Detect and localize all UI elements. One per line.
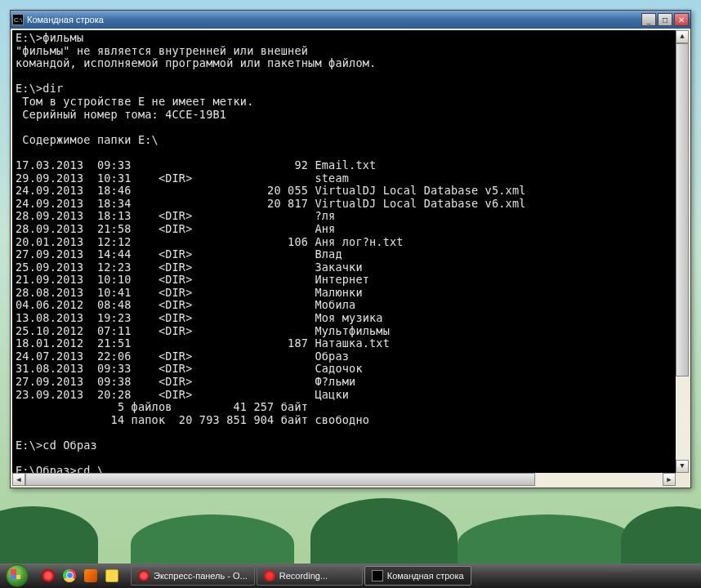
cmd-window: C:\ Командная строка _ □ ✕ E:\>фильмы "ф… (10, 10, 691, 488)
taskbar-button[interactable]: Командная строка (364, 566, 471, 586)
taskbar: Экспресс-панель - O...Recording...Команд… (0, 564, 701, 588)
task-buttons: Экспресс-панель - O...Recording...Команд… (131, 566, 471, 586)
desktop-hill (310, 498, 458, 564)
taskbar-button[interactable]: Recording... (257, 566, 363, 586)
scroll-track[interactable] (25, 473, 663, 486)
chrome-icon (63, 569, 76, 582)
scroll-up-button[interactable]: ▲ (676, 30, 689, 43)
quicklaunch-totalcmd[interactable] (103, 567, 121, 585)
maximize-button[interactable]: □ (658, 13, 672, 26)
scrollbar-corner (676, 473, 689, 486)
scroll-track[interactable] (676, 43, 689, 460)
desktop-hill (458, 514, 637, 564)
quicklaunch-opera[interactable] (39, 567, 57, 585)
quicklaunch (34, 567, 126, 585)
taskbar-button[interactable]: Экспресс-панель - O... (131, 566, 255, 586)
vertical-scrollbar[interactable]: ▲ ▼ (676, 30, 689, 473)
totalcmd-icon (105, 569, 118, 582)
scroll-thumb[interactable] (25, 473, 535, 486)
quicklaunch-chrome[interactable] (60, 567, 78, 585)
console-output: E:\>фильмы "фильмы" не является внутренн… (12, 30, 689, 473)
titlebar[interactable]: C:\ Командная строка _ □ ✕ (11, 11, 690, 29)
cmd-icon: C:\ (12, 14, 24, 25)
desktop-hill (131, 514, 294, 564)
start-button[interactable] (0, 564, 34, 588)
minimize-button[interactable]: _ (641, 13, 656, 26)
horizontal-scrollbar[interactable]: ◀ ▶ (12, 473, 676, 486)
windows-logo-icon (6, 564, 29, 587)
scroll-right-button[interactable]: ▶ (663, 473, 676, 486)
opera-icon (138, 570, 150, 581)
desktop-hill (621, 506, 701, 564)
taskbar-button-label: Recording... (279, 571, 328, 581)
cmd-icon (372, 570, 383, 581)
scroll-down-button[interactable]: ▼ (676, 460, 689, 473)
rec-icon (264, 570, 275, 581)
window-title: Командная строка (27, 15, 641, 24)
taskbar-button-label: Командная строка (387, 571, 464, 581)
scroll-thumb[interactable] (676, 43, 689, 376)
quicklaunch-app[interactable] (82, 567, 100, 585)
desktop-hill (0, 506, 98, 564)
scroll-left-button[interactable]: ◀ (12, 473, 25, 486)
taskbar-button-label: Экспресс-панель - O... (154, 571, 248, 581)
console-area[interactable]: E:\>фильмы "фильмы" не является внутренн… (12, 30, 689, 473)
opera-icon (42, 569, 55, 582)
close-button[interactable]: ✕ (674, 13, 689, 26)
app-icon (84, 569, 97, 582)
